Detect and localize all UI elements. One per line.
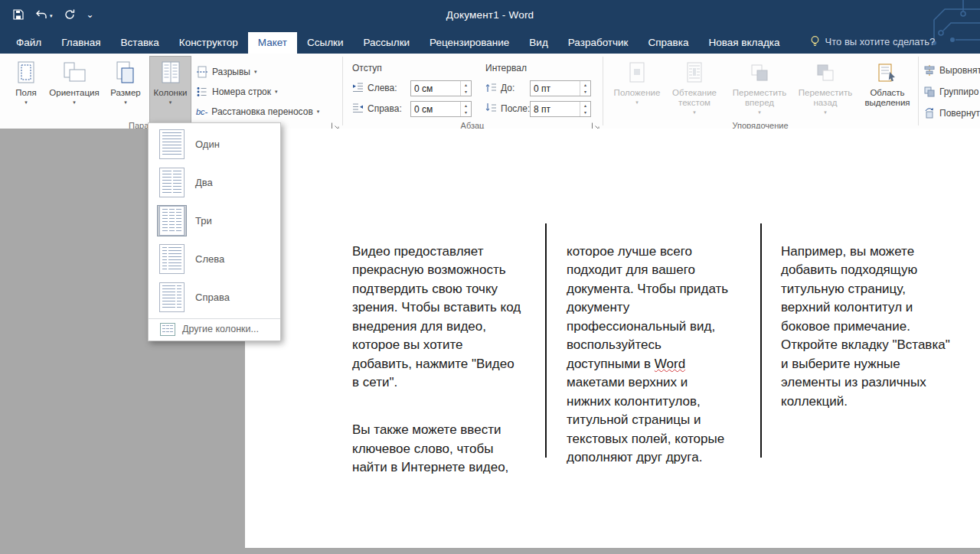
paragraph: Вы также можете ввести ключевое слово, ч… <box>352 421 534 477</box>
menu-item-two-columns[interactable]: Два <box>149 163 280 201</box>
indent-left-icon <box>352 82 364 93</box>
spinner-down-icon[interactable]: ▾ <box>580 89 590 96</box>
tab-references[interactable]: Ссылки <box>297 32 354 54</box>
line-numbers-button[interactable]: Номера строк ▾ <box>196 84 278 99</box>
spinner-up-icon[interactable]: ▴ <box>461 81 471 89</box>
spacing-after-input[interactable] <box>531 102 580 116</box>
position-label: Положение <box>614 88 661 98</box>
breaks-button[interactable]: Разрывы ▾ <box>196 64 256 80</box>
tab-insert[interactable]: Вставка <box>111 32 169 54</box>
wrap-text-button[interactable]: Обтекание текстом ▾ <box>665 56 724 123</box>
indent-left-input[interactable] <box>411 81 460 96</box>
word-window: ▾ ⌄ Документ1 - Word Файл Главная Вставк… <box>0 0 980 554</box>
spinner-down-icon[interactable]: ▾ <box>461 89 471 96</box>
group-divider <box>603 57 603 125</box>
bring-forward-icon <box>749 60 770 86</box>
group-button[interactable]: Группиро ▾ <box>923 84 980 99</box>
spacing-before-field[interactable]: ▴ ▾ <box>530 80 591 96</box>
indent-left-spinner[interactable]: ▴ ▾ <box>460 81 471 96</box>
more-columns-icon <box>160 323 175 336</box>
spacing-before-icon <box>485 82 497 93</box>
tab-home[interactable]: Главная <box>51 32 110 54</box>
columns-button[interactable]: Колонки ▾ <box>149 56 191 123</box>
menu-item-left-column[interactable]: Слева <box>149 240 280 278</box>
tab-new-tab[interactable]: Новая вкладка <box>699 32 790 54</box>
selection-pane-button[interactable]: Область выделения <box>859 56 916 123</box>
orientation-dropdown-arrow: ▾ <box>73 100 76 105</box>
title-bar: ▾ ⌄ Документ1 - Word <box>0 0 980 29</box>
align-label: Выровнят <box>939 65 980 76</box>
spinner-up-icon[interactable]: ▴ <box>580 102 590 109</box>
margins-icon <box>15 60 38 86</box>
spacing-before-spinner[interactable]: ▴ ▾ <box>580 81 590 96</box>
send-backward-label: Переместить назад <box>795 88 856 108</box>
undo-dropdown-arrow[interactable]: ▾ <box>50 14 53 18</box>
margins-dropdown-arrow: ▾ <box>24 100 28 105</box>
send-backward-icon <box>815 60 836 86</box>
tab-review[interactable]: Рецензирование <box>420 32 519 54</box>
paragraph: которое лучше всего подходит для вашего … <box>567 244 728 371</box>
undo-icon <box>35 9 48 21</box>
hyphenation-button[interactable]: bc- Расстановка переносов ▾ <box>196 104 319 119</box>
three-columns-icon <box>158 206 186 236</box>
misspelled-word: Word <box>655 357 685 371</box>
group-label: Группиро <box>939 86 978 97</box>
indent-left-field[interactable]: ▴ ▾ <box>410 80 472 96</box>
one-column-icon <box>158 129 186 159</box>
indent-right-spinner[interactable]: ▴ ▾ <box>460 102 471 116</box>
save-button[interactable] <box>12 8 24 21</box>
spinner-down-icon[interactable]: ▾ <box>580 109 590 117</box>
quick-access-toolbar: ▾ ⌄ <box>12 8 94 21</box>
tab-mailings[interactable]: Рассылки <box>354 32 420 54</box>
send-backward-button[interactable]: Переместить назад ▾ <box>795 56 856 123</box>
tab-file[interactable]: Файл <box>6 32 51 54</box>
bring-forward-label: Переместить вперед <box>727 88 792 108</box>
spinner-down-icon[interactable]: ▾ <box>461 109 471 117</box>
menu-item-label: Справа <box>195 292 230 303</box>
columns-dropdown-arrow: ▾ <box>169 100 172 105</box>
orientation-button[interactable]: Ориентация ▾ <box>47 56 101 123</box>
group-objects-icon <box>923 86 936 98</box>
align-icon <box>923 64 936 77</box>
spacing-before-input[interactable] <box>531 81 580 96</box>
margins-button[interactable]: Поля ▾ <box>6 56 46 123</box>
position-button[interactable]: Положение ▾ <box>612 56 662 123</box>
tell-me-box[interactable]: Что вы хотите сделать? <box>810 35 936 54</box>
breaks-icon <box>196 66 208 78</box>
qat-customize-button[interactable]: ⌄ <box>87 9 94 20</box>
spacing-after-spinner[interactable]: ▴ ▾ <box>580 102 590 116</box>
align-button[interactable]: Выровнят ▾ <box>923 63 980 78</box>
text-column-3[interactable]: Например, вы можете добавить подходящую … <box>781 223 968 430</box>
menu-item-right-column[interactable]: Справа <box>149 278 280 316</box>
line-numbers-label: Номера строк <box>212 86 271 97</box>
tab-developer[interactable]: Разработчик <box>558 32 639 54</box>
text-column-2[interactable]: которое лучше всего подходит для вашего … <box>567 223 749 468</box>
paragraph: Например, вы можете добавить подходящую … <box>781 243 968 412</box>
spinner-up-icon[interactable]: ▴ <box>580 81 590 89</box>
spacing-after-label: После: <box>501 103 530 114</box>
rotate-button[interactable]: Повернут ▾ <box>923 106 980 121</box>
document-area: Видео предоставляет прекрасную возможнос… <box>0 129 980 554</box>
size-button[interactable]: Размер ▾ <box>104 56 147 123</box>
tab-design[interactable]: Конструктор <box>169 32 248 54</box>
hyphenation-label: Расстановка переносов <box>211 106 313 117</box>
menu-item-label: Слева <box>195 253 224 265</box>
tab-view[interactable]: Вид <box>519 32 557 54</box>
spacing-after-field[interactable]: ▴ ▾ <box>530 101 591 117</box>
menu-item-three-columns[interactable]: Три <box>149 201 280 240</box>
indent-right-field[interactable]: ▴ ▾ <box>410 101 472 117</box>
undo-button[interactable]: ▾ <box>35 9 53 21</box>
hyphenation-icon: bc- <box>196 107 207 116</box>
tab-layout[interactable]: Макет <box>248 32 297 54</box>
columns-label: Колонки <box>154 88 188 98</box>
wrap-text-label: Обтекание текстом <box>665 88 724 108</box>
menu-item-more-columns[interactable]: Другие колонки... <box>149 319 280 339</box>
redo-button[interactable] <box>64 8 76 21</box>
tab-help[interactable]: Справка <box>639 32 699 54</box>
indent-right-input[interactable] <box>411 102 460 116</box>
spinner-up-icon[interactable]: ▴ <box>461 102 471 109</box>
menu-item-one-column[interactable]: Один <box>149 125 280 163</box>
bring-forward-button[interactable]: Переместить вперед ▾ <box>727 56 792 123</box>
text-column-1[interactable]: Видео предоставляет прекрасную возможнос… <box>352 223 534 496</box>
position-icon <box>626 60 648 86</box>
